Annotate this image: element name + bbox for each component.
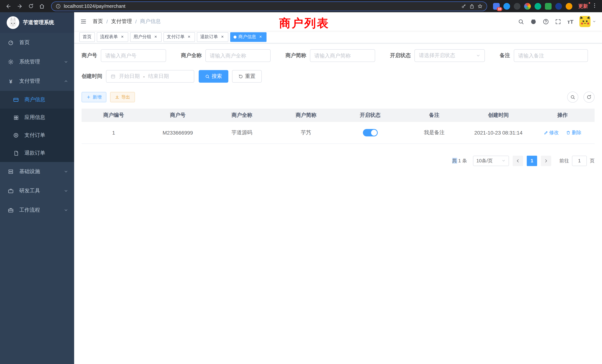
refresh-table-button[interactable] — [583, 92, 595, 103]
reload-icon[interactable] — [26, 1, 36, 11]
tab-refund-orders[interactable]: 退款订单 × — [197, 32, 228, 42]
search-button-label: 搜索 — [212, 73, 222, 80]
status-toggle[interactable] — [363, 129, 377, 136]
share-icon[interactable] — [469, 3, 474, 9]
sidebar-submenu-payment: 商户信息 应用信息 支付订单 — [0, 91, 74, 162]
back-icon[interactable] — [4, 1, 13, 11]
filter-status: 开启状态 请选择开启状态 — [390, 49, 485, 62]
cell-short-name: 芋艿 — [274, 122, 338, 143]
date-end-placeholder[interactable]: 结束日期 — [148, 73, 169, 80]
ext-orange-icon[interactable] — [566, 3, 572, 10]
ext-green-circle-icon[interactable] — [535, 3, 541, 10]
tab-home[interactable]: 首页 — [79, 32, 95, 42]
remark-input[interactable] — [514, 49, 588, 62]
filter-merchant-no: 商户号 — [82, 49, 166, 62]
search-icon[interactable] — [518, 18, 524, 25]
grid-icon — [13, 115, 19, 120]
filter-full-name: 商户全称 — [181, 49, 271, 62]
export-button-label: 导出 — [121, 94, 130, 100]
page-1-button[interactable]: 1 — [527, 156, 537, 166]
next-page-button[interactable] — [541, 156, 551, 166]
short-name-input[interactable] — [310, 49, 375, 62]
home-icon[interactable] — [37, 1, 47, 11]
key-icon[interactable] — [461, 3, 466, 9]
reset-button[interactable]: 重置 — [232, 70, 262, 83]
browser-update-button[interactable]: 更新 — [575, 3, 591, 10]
user-avatar[interactable] — [579, 16, 591, 27]
server-icon — [7, 169, 14, 175]
export-button[interactable]: 导出 — [110, 92, 135, 102]
full-name-input[interactable] — [205, 49, 271, 62]
sidebar-item-merchant-info[interactable]: 商户信息 — [0, 91, 74, 109]
tab-label: 商户信息 — [238, 34, 256, 40]
date-range-picker[interactable]: 开始日期 - 结束日期 — [106, 70, 194, 83]
tab-label: 用户分组 — [133, 34, 151, 40]
breadcrumb-home[interactable]: 首页 — [93, 18, 103, 25]
tab-pay-orders[interactable]: 支付订单 × — [163, 32, 195, 42]
tab-process-form[interactable]: 流程表单 × — [97, 32, 128, 42]
edit-link[interactable]: 修改 — [544, 129, 559, 136]
ext-blue-grid-icon[interactable]: 10 — [493, 3, 500, 10]
search-button[interactable]: 搜索 — [199, 70, 228, 83]
download-icon — [115, 95, 119, 99]
hamburger-icon[interactable] — [80, 18, 87, 25]
date-start-placeholder[interactable]: 开始日期 — [119, 73, 140, 80]
extension-badge: 10 — [497, 7, 502, 11]
close-icon[interactable]: × — [220, 34, 225, 40]
cell-merchant-no: M233666999 — [146, 122, 210, 143]
page-size-select[interactable]: 10条/页 — [473, 156, 509, 166]
tab-user-group[interactable]: 用户分组 × — [130, 32, 162, 42]
font-size-icon[interactable]: тT — [567, 19, 573, 24]
breadcrumb-payment[interactable]: 支付管理 — [111, 18, 132, 25]
question-icon[interactable] — [543, 18, 549, 25]
url-text[interactable]: localhost:1024/pay/merchant — [64, 3, 458, 9]
ext-water-drop-icon[interactable] — [503, 3, 510, 10]
sidebar-item-label: 退款订单 — [24, 150, 45, 156]
kebab-menu-icon[interactable] — [591, 3, 598, 10]
forward-icon[interactable] — [15, 1, 24, 11]
tab-merchant-info[interactable]: 商户信息 × — [230, 32, 267, 42]
breadcrumb-separator: / — [106, 19, 108, 24]
sidebar-item-infrastructure[interactable]: 基础设施 — [0, 162, 74, 181]
close-icon[interactable]: × — [186, 34, 192, 40]
chevron-down-icon — [476, 53, 480, 58]
chevron-down-icon — [64, 189, 68, 193]
prev-page-button[interactable] — [513, 156, 523, 166]
app-title: 芋道管理系统 — [23, 19, 54, 26]
dashboard-icon — [7, 40, 14, 46]
sidebar-item-system[interactable]: 系统管理 — [0, 52, 74, 72]
close-icon[interactable]: × — [258, 34, 263, 40]
close-icon[interactable]: × — [120, 34, 125, 40]
delete-link[interactable]: 删除 — [566, 129, 581, 136]
ext-colorful-icon[interactable] — [524, 3, 531, 10]
ext-dark-circle-icon[interactable] — [514, 3, 520, 10]
sidebar-item-workflow[interactable]: 工作流程 — [0, 201, 74, 220]
star-icon[interactable] — [477, 3, 483, 9]
fullscreen-icon[interactable] — [555, 18, 561, 25]
sidebar-menu: 首页 系统管理 ¥ 支付管理 — [0, 33, 74, 220]
hide-search-button[interactable] — [567, 92, 578, 103]
add-button[interactable]: 新增 — [82, 92, 106, 102]
app-logo[interactable]: 芋道管理系统 — [0, 12, 74, 33]
ext-green-square-icon[interactable] — [545, 3, 552, 10]
close-icon[interactable]: × — [153, 34, 158, 40]
merchant-no-input[interactable] — [101, 49, 166, 62]
merchant-table: 商户编号 商户号 商户全称 商户简称 开启状态 备注 创建时间 操作 — [82, 109, 595, 144]
sidebar-item-label: 基础设施 — [19, 168, 40, 175]
goto-suffix: 页 — [590, 157, 595, 164]
sidebar-item-refund-orders[interactable]: 退款订单 — [0, 144, 74, 162]
sidebar-item-payment[interactable]: ¥ 支付管理 — [0, 72, 74, 91]
goto-page-input[interactable] — [572, 156, 587, 166]
sidebar-item-home[interactable]: 首页 — [0, 33, 74, 52]
sidebar-item-app-info[interactable]: 应用信息 — [0, 109, 74, 126]
user-menu[interactable] — [579, 16, 596, 27]
address-bar[interactable]: localhost:1024/pay/merchant — [51, 1, 487, 11]
total-suffix: 条 — [462, 158, 467, 163]
ext-pinwheel-icon[interactable] — [555, 3, 562, 10]
sidebar-item-pay-orders[interactable]: 支付订单 — [0, 126, 74, 144]
github-icon[interactable] — [530, 18, 537, 25]
field-label: 商户简称 — [285, 52, 306, 59]
sidebar-item-dev-tools[interactable]: 研发工具 — [0, 181, 74, 201]
status-select[interactable]: 请选择开启状态 — [414, 49, 485, 62]
info-icon[interactable] — [56, 3, 61, 9]
